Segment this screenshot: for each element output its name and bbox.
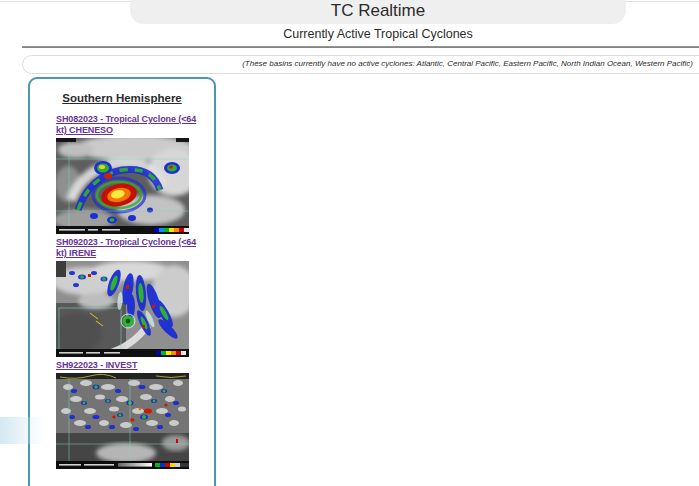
inactive-basins-text: (These basins currently have no active c… bbox=[23, 56, 699, 72]
ir-satellite-image-irene[interactable] bbox=[56, 261, 189, 357]
basin-title: Southern Hemisphere bbox=[30, 92, 214, 104]
storm-entry: SH092023 - Tropical Cyclone (<64 kt) IRE… bbox=[56, 237, 197, 357]
storm-link-sh082023[interactable]: SH082023 - Tropical Cyclone (<64 kt) CHE… bbox=[56, 114, 197, 136]
faded-edge-artifact bbox=[0, 417, 46, 444]
storm-entry: SH082023 - Tropical Cyclone (<64 kt) CHE… bbox=[56, 114, 197, 234]
ir-satellite-image-invest[interactable] bbox=[56, 373, 189, 469]
inactive-basins-notice: (These basins currently have no active c… bbox=[22, 55, 699, 74]
storm-link-sh922023[interactable]: SH922023 - INVEST bbox=[56, 360, 197, 371]
page-title: TC Realtime bbox=[331, 1, 425, 21]
page-title-box: TC Realtime bbox=[130, 0, 626, 24]
ir-satellite-image-cheneso[interactable] bbox=[56, 138, 189, 234]
storm-link-sh092023[interactable]: SH092023 - Tropical Cyclone (<64 kt) IRE… bbox=[56, 237, 197, 259]
page-subtitle: Currently Active Tropical Cyclones bbox=[130, 27, 626, 41]
southern-hemisphere-panel: Southern Hemisphere SH082023 - Tropical … bbox=[28, 77, 216, 486]
header-divider bbox=[22, 46, 699, 48]
storm-entry: SH922023 - INVEST bbox=[56, 360, 197, 469]
